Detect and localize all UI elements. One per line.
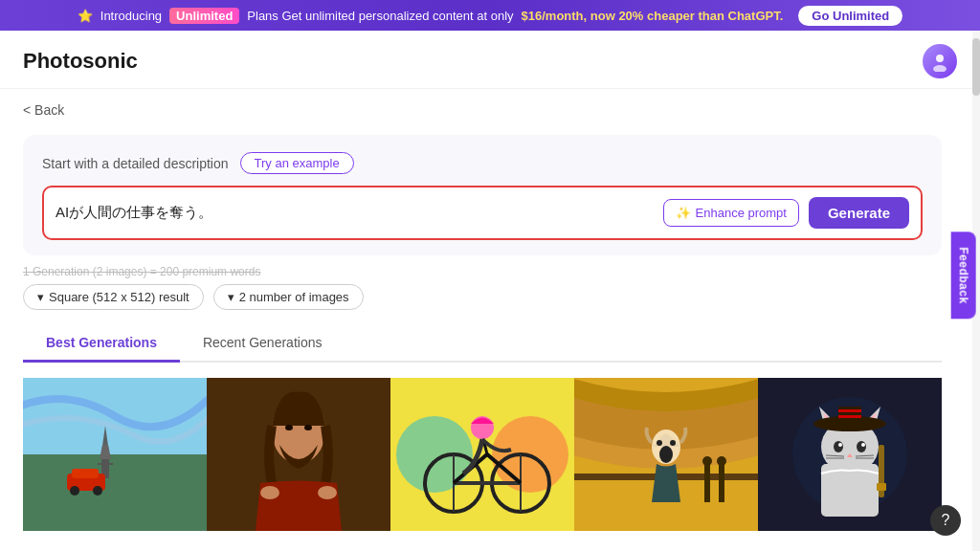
- svg-point-51: [857, 441, 866, 452]
- image-cat-samurai[interactable]: [758, 378, 942, 531]
- top-banner: ⭐ Introducing Unlimited Plans Get unlimi…: [0, 0, 980, 31]
- chevron-down-icon: ▾: [37, 290, 44, 304]
- svg-point-0: [936, 55, 944, 62]
- svg-point-1: [933, 65, 947, 72]
- svg-point-16: [260, 486, 279, 499]
- image-jesus[interactable]: [207, 378, 390, 531]
- image-grid: [23, 378, 942, 531]
- svg-point-17: [318, 486, 337, 499]
- svg-point-37: [717, 456, 726, 466]
- banner-intro: Introducing: [100, 9, 162, 23]
- info-row: 1 Generation (2 images) = 200 premium wo…: [23, 265, 942, 278]
- description-label: Start with a detailed description: [42, 156, 229, 171]
- try-example-tab[interactable]: Try an example: [240, 152, 354, 174]
- prompt-tabs: Start with a detailed description Try an…: [42, 152, 923, 174]
- svg-point-33: [670, 440, 676, 446]
- svg-point-52: [838, 443, 842, 447]
- size-dropdown[interactable]: ▾ Square (512 x 512) result: [23, 284, 204, 310]
- svg-rect-48: [838, 409, 861, 412]
- generation-tabs: Best Generations Recent Generations: [23, 327, 942, 363]
- generate-button[interactable]: Generate: [809, 197, 909, 229]
- unlimited-badge: Unlimited: [169, 8, 239, 24]
- avatar[interactable]: [923, 44, 957, 78]
- go-unlimited-button[interactable]: Go Unlimited: [798, 6, 902, 26]
- svg-rect-3: [23, 454, 207, 531]
- svg-rect-36: [719, 464, 724, 502]
- enhance-button[interactable]: ✨ Enhance prompt: [663, 199, 799, 227]
- svg-point-53: [861, 443, 865, 447]
- svg-point-35: [702, 456, 712, 466]
- header: Photosonic: [0, 31, 980, 89]
- svg-point-10: [70, 486, 79, 496]
- svg-rect-9: [72, 469, 99, 478]
- prompt-section: Start with a detailed description Try an…: [23, 135, 942, 255]
- svg-point-11: [93, 486, 102, 496]
- controls-row: ▾ Square (512 x 512) result ▾ 2 number o…: [23, 284, 942, 310]
- scrollbar-thumb[interactable]: [972, 38, 980, 96]
- chevron-down-icon-2: ▾: [228, 290, 234, 304]
- images-dropdown[interactable]: ▾ 2 number of images: [213, 284, 364, 310]
- image-eiffel[interactable]: [23, 378, 207, 531]
- info-text: 1 Generation (2 images) = 200 premium wo…: [23, 265, 260, 278]
- feedback-tab[interactable]: Feedback: [950, 231, 975, 319]
- back-link[interactable]: < Back: [23, 102, 64, 118]
- banner-plans: Plans Get unlimited personalized content…: [247, 9, 513, 23]
- prompt-input[interactable]: [56, 205, 654, 221]
- svg-rect-49: [838, 415, 861, 418]
- svg-point-15: [304, 425, 312, 430]
- svg-point-32: [657, 440, 662, 446]
- image-cyclist[interactable]: [390, 378, 574, 531]
- svg-rect-34: [704, 464, 710, 502]
- help-button[interactable]: ?: [930, 505, 961, 536]
- image-scream[interactable]: [574, 378, 758, 531]
- prompt-input-row: ✨ Enhance prompt Generate: [42, 186, 923, 240]
- enhance-label: Enhance prompt: [696, 206, 787, 220]
- banner-price: $16/month, now 20% cheaper than ChatGPT.: [522, 9, 784, 23]
- tab-recent-generations[interactable]: Recent Generations: [180, 327, 345, 363]
- svg-point-50: [834, 441, 843, 452]
- star-icon: ⭐: [78, 9, 93, 23]
- svg-point-31: [659, 446, 673, 463]
- tab-best-generations[interactable]: Best Generations: [23, 327, 180, 363]
- wand-icon: ✨: [676, 206, 691, 220]
- app-logo: Photosonic: [23, 49, 138, 74]
- size-label: Square (512 x 512) result: [49, 290, 189, 304]
- svg-point-14: [285, 425, 293, 430]
- images-label: 2 number of images: [239, 290, 349, 304]
- main-content: < Back Start with a detailed description…: [0, 89, 965, 531]
- svg-rect-60: [877, 483, 886, 491]
